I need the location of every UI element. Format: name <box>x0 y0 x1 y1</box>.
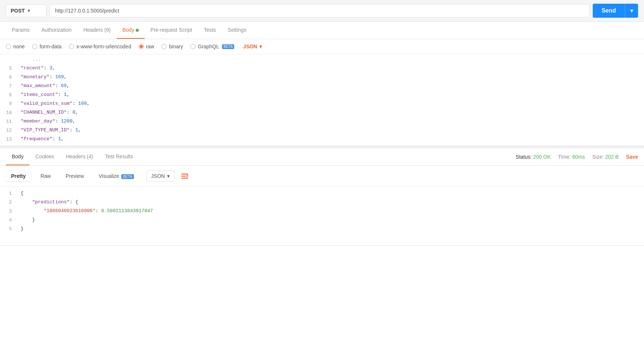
request-tabs-bar: Params Authorization Headers (9) Body Pr… <box>0 22 644 39</box>
json-dropdown[interactable]: JSON ▾ <box>243 44 262 49</box>
size-value: 202 B <box>605 154 619 160</box>
method-arrow-icon: ▾ <box>28 8 30 13</box>
response-line-4: 4 } <box>0 216 644 225</box>
url-input[interactable] <box>49 4 590 17</box>
response-tabs-bar: Body Cookies Headers (4) Test Results St… <box>0 148 644 166</box>
option-graphql-label: GraphQL <box>198 44 219 49</box>
code-line-12: 12 "VIP_TYPE_NUM_ID": 1, <box>0 127 644 135</box>
code-line-11: 11 "member_day": 1200, <box>0 118 644 127</box>
option-none-label: none <box>13 44 25 49</box>
method-label: POST <box>11 8 25 14</box>
graphql-beta-badge: BETA <box>222 44 234 49</box>
option-form-data-label: form-data <box>39 44 62 49</box>
top-bar: POST ▾ Send ▾ <box>0 0 644 22</box>
tab-headers[interactable]: Headers (9) <box>77 22 117 39</box>
response-area: Body Cookies Headers (4) Test Results St… <box>0 148 644 246</box>
svg-rect-1 <box>181 176 186 176</box>
code-line-10: 10 "CHANNEL_NUM_ID": 0, <box>0 109 644 118</box>
option-urlencoded[interactable]: x-www-form-urlencoded <box>69 44 131 49</box>
radio-binary-icon <box>162 44 167 49</box>
option-binary-label: binary <box>169 44 183 49</box>
size-label: Size: 202 B <box>592 154 619 160</box>
response-json-arrow-icon: ▾ <box>167 173 170 179</box>
status-value: 200 OK <box>533 154 551 160</box>
code-line-5: 5 "recent": 3, <box>0 65 644 73</box>
code-line-truncated: ... <box>0 56 644 65</box>
format-tab-pretty[interactable]: Pretty <box>6 171 31 181</box>
visualize-beta-badge: BETA <box>121 174 134 179</box>
response-tab-body[interactable]: Body <box>6 148 30 165</box>
response-line-2: 2 "predictions": { <box>0 199 644 207</box>
code-line-7: 7 "max_amount": 69, <box>0 82 644 91</box>
code-line-13: 13 "frequence": 1, <box>0 135 644 144</box>
wrap-toggle-button[interactable] <box>179 170 191 182</box>
format-tab-visualize[interactable]: Visualize BETA <box>94 171 139 181</box>
response-meta: Status: 200 OK Time: 60ms Size: 202 B Sa… <box>516 154 638 160</box>
response-line-3: 3 "1806040923616006": 0.5801113843917847 <box>0 207 644 216</box>
response-line-5: 5 } <box>0 225 644 234</box>
send-button[interactable]: Send ▾ <box>593 4 638 18</box>
save-response-button[interactable]: Save <box>626 154 638 160</box>
option-urlencoded-label: x-www-form-urlencoded <box>76 44 131 49</box>
body-active-dot <box>136 29 139 32</box>
option-form-data[interactable]: form-data <box>32 44 62 49</box>
option-none[interactable]: none <box>6 44 25 49</box>
tab-authorization[interactable]: Authorization <box>35 22 77 39</box>
json-format-label: JSON <box>243 44 257 49</box>
option-raw-label: raw <box>146 44 155 49</box>
time-label: Time: 60ms <box>558 154 585 160</box>
json-dropdown-arrow-icon: ▾ <box>259 44 262 49</box>
response-tab-test-results[interactable]: Test Results <box>99 148 139 165</box>
time-value: 60ms <box>572 154 585 160</box>
response-json-select[interactable]: JSON ▾ <box>146 170 174 182</box>
response-json-label: JSON <box>151 173 165 179</box>
format-tab-raw[interactable]: Raw <box>35 171 56 181</box>
tab-body[interactable]: Body <box>117 22 145 39</box>
tab-tests[interactable]: Tests <box>198 22 222 39</box>
code-line-9: 9 "valid_points_sum": 108, <box>0 100 644 109</box>
radio-graphql-icon <box>190 44 195 49</box>
svg-rect-2 <box>181 178 188 179</box>
status-label: Status: 200 OK <box>516 154 551 160</box>
radio-raw-icon <box>139 44 144 49</box>
body-options-bar: none form-data x-www-form-urlencoded raw… <box>0 39 644 54</box>
option-graphql[interactable]: GraphQL BETA <box>190 44 234 49</box>
tab-params[interactable]: Params <box>6 22 35 39</box>
code-line-8: 8 "items_count": 1, <box>0 91 644 100</box>
radio-none-icon <box>6 44 11 49</box>
radio-form-data-icon <box>32 44 37 49</box>
send-label: Send <box>593 4 625 18</box>
request-code-editor[interactable]: ... 5 "recent": 3, 6 "monetary": 169, 7 … <box>0 54 644 146</box>
format-tab-preview[interactable]: Preview <box>60 171 89 181</box>
send-arrow-icon: ▾ <box>625 4 638 17</box>
method-select[interactable]: POST ▾ <box>6 4 46 17</box>
response-tab-cookies[interactable]: Cookies <box>30 148 60 165</box>
svg-rect-0 <box>181 174 188 175</box>
tab-settings[interactable]: Settings <box>222 22 252 39</box>
tab-pre-request[interactable]: Pre-request Script <box>145 22 198 39</box>
code-line-6: 6 "monetary": 169, <box>0 73 644 82</box>
response-tab-headers[interactable]: Headers (4) <box>60 148 99 165</box>
response-line-1: 1 { <box>0 190 644 199</box>
response-format-bar: Pretty Raw Preview Visualize BETA JSON ▾ <box>0 166 644 187</box>
option-raw[interactable]: raw <box>139 44 155 49</box>
radio-urlencoded-icon <box>69 44 74 49</box>
option-binary[interactable]: binary <box>162 44 183 49</box>
response-code-viewer: 1 { 2 "predictions": { 3 "18060409236160… <box>0 187 644 246</box>
